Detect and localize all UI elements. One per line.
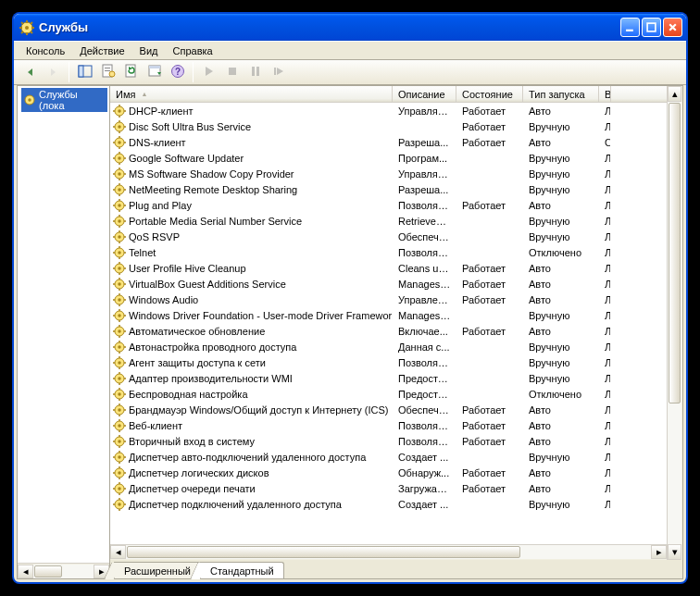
- minimize-button[interactable]: [620, 18, 640, 37]
- pause-icon: [248, 64, 263, 81]
- column-header-startup[interactable]: Тип запуска: [523, 86, 599, 102]
- service-startup: Авто: [523, 420, 599, 431]
- scroll-down-icon[interactable]: ▾: [668, 544, 681, 560]
- tree-node-label: Службы (лока: [39, 89, 106, 111]
- properties-button[interactable]: [97, 62, 119, 82]
- service-startup: Авто: [523, 200, 599, 211]
- scroll-right-icon[interactable]: ▸: [651, 545, 667, 559]
- column-header-logon[interactable]: В: [599, 86, 611, 102]
- service-row[interactable]: Автоматическое обновлениеВключае...Работ…: [110, 323, 667, 339]
- list-v-scrollbar[interactable]: ▴ ▾: [667, 86, 682, 560]
- service-row[interactable]: VirtualBox Guest Additions ServiceManage…: [110, 276, 667, 292]
- gear-icon: [113, 419, 126, 432]
- svg-rect-16: [105, 70, 110, 71]
- svg-point-42: [118, 141, 120, 143]
- tree-pane: Службы (лока ◂ ▸: [18, 86, 110, 578]
- column-header-desc[interactable]: Описание: [393, 86, 456, 102]
- svg-rect-25: [256, 67, 259, 76]
- service-row[interactable]: Диспетчер логических дисковОбнаруж...Раб…: [110, 465, 667, 480]
- scroll-left-icon[interactable]: ◂: [18, 565, 33, 578]
- menu-action[interactable]: Действие: [73, 43, 131, 58]
- service-name: QoS RSVP: [129, 231, 180, 242]
- back-button[interactable]: [19, 62, 41, 82]
- service-startup: Авто: [523, 106, 599, 117]
- service-row[interactable]: Диспетчер авто-подключений удаленного до…: [110, 449, 667, 465]
- service-state: Работает: [456, 436, 523, 447]
- service-desc: Включае...: [393, 326, 456, 337]
- service-desc: Управляе...: [393, 168, 456, 180]
- service-desc: Создает ...: [393, 452, 456, 463]
- service-startup: Вручную: [523, 341, 599, 353]
- maximize-button[interactable]: [642, 18, 661, 37]
- service-logon: Л: [599, 341, 610, 353]
- service-row[interactable]: DNS-клиентРазреша...РаботаетАвтоС: [110, 134, 667, 150]
- column-header-state[interactable]: Состояние: [456, 86, 523, 102]
- svg-point-84: [118, 251, 120, 254]
- service-row[interactable]: NetMeeting Remote Desktop SharingРазреша…: [110, 181, 667, 197]
- service-row[interactable]: Диспетчер подключений удаленного доступа…: [110, 496, 667, 512]
- column-header-name[interactable]: Имя: [110, 86, 393, 102]
- svg-line-8: [21, 31, 23, 33]
- service-row[interactable]: Plug and PlayПозволяе...РаботаетАвтоЛ: [110, 197, 667, 213]
- services-window: Службы Консоль Действие Вид Справка ? Сл…: [13, 13, 687, 583]
- tab-extended[interactable]: Расширенный: [114, 562, 201, 578]
- scroll-up-icon[interactable]: ▴: [668, 86, 681, 102]
- service-desc: Обеспечи...: [393, 404, 456, 416]
- show-hide-tree-button[interactable]: [74, 62, 95, 82]
- tab-standard[interactable]: Стандартный: [200, 562, 284, 578]
- service-row[interactable]: Беспроводная настройкаПредоста...Отключе…: [110, 386, 667, 402]
- menu-view[interactable]: Вид: [133, 43, 165, 58]
- service-row[interactable]: Диспетчер очереди печатиЗагружае...Работ…: [110, 480, 667, 496]
- close-button[interactable]: [663, 18, 682, 37]
- service-startup: Авто: [523, 404, 599, 416]
- service-logon: Л: [599, 452, 610, 463]
- service-logon: Л: [599, 184, 610, 195]
- service-row[interactable]: Автонастройка проводного доступаДанная с…: [110, 339, 667, 354]
- service-desc: Позволяе...: [393, 200, 456, 211]
- service-row[interactable]: MS Software Shadow Copy ProviderУправляе…: [110, 166, 667, 181]
- gear-icon: [113, 105, 126, 118]
- service-startup: Вручную: [523, 373, 599, 384]
- list-h-scrollbar[interactable]: ◂ ▸: [110, 544, 667, 560]
- service-row[interactable]: Windows AudioУправлен...РаботаетАвтоЛ: [110, 292, 667, 307]
- service-startup: Авто: [523, 436, 599, 447]
- service-row[interactable]: Disc Soft Ultra Bus ServiceРаботаетВручн…: [110, 118, 667, 134]
- export-button[interactable]: [144, 62, 165, 82]
- service-row[interactable]: TelnetПозволяе...ОтключеноЛ: [110, 244, 667, 260]
- service-row[interactable]: Google Software UpdaterПрограм...Вручную…: [110, 150, 667, 166]
- menu-console[interactable]: Консоль: [19, 43, 71, 58]
- help-button[interactable]: ?: [167, 62, 188, 82]
- tree-h-scrollbar[interactable]: ◂ ▸: [18, 563, 109, 578]
- service-row[interactable]: Вторичный вход в системуПозволяе...Работ…: [110, 433, 667, 449]
- service-logon: Л: [599, 263, 610, 274]
- service-row[interactable]: Агент защиты доступа к сетиПозволяе...Вр…: [110, 354, 667, 370]
- svg-point-17: [109, 71, 115, 77]
- column-header-row: Имя Описание Состояние Тип запуска В: [110, 86, 667, 103]
- service-row[interactable]: Windows Driver Foundation - User-mode Dr…: [110, 307, 667, 323]
- service-row[interactable]: DHCP-клиентУправляе...РаботаетАвтоЛ: [110, 103, 667, 118]
- gear-icon: [113, 230, 126, 243]
- window-title: Службы: [39, 20, 620, 34]
- service-state: Работает: [456, 263, 523, 274]
- svg-line-9: [31, 22, 32, 24]
- service-row[interactable]: Portable Media Serial Number ServiceRetr…: [110, 213, 667, 229]
- gear-icon: [113, 246, 126, 259]
- refresh-button[interactable]: [120, 62, 142, 82]
- service-row[interactable]: Веб-клиентПозволяе...РаботаетАвтоЛ: [110, 417, 667, 433]
- service-state: Работает: [456, 279, 523, 290]
- service-logon: Л: [599, 121, 610, 132]
- svg-rect-10: [626, 30, 633, 31]
- stop-service-button: [221, 62, 243, 82]
- service-row[interactable]: Адаптер производительности WMIПредоста..…: [110, 370, 667, 386]
- service-logon: Л: [599, 231, 610, 242]
- menu-help[interactable]: Справка: [167, 43, 219, 58]
- service-name: Portable Media Serial Number Service: [129, 216, 302, 227]
- service-name: VirtualBox Guest Additions Service: [129, 279, 286, 290]
- service-row[interactable]: QoS RSVPОбеспечи...ВручнуюЛ: [110, 229, 667, 244]
- titlebar[interactable]: Службы: [14, 14, 686, 41]
- service-row[interactable]: User Profile Hive CleanupCleans up ...Ра…: [110, 260, 667, 276]
- tree-node-services[interactable]: Службы (лока: [21, 88, 107, 112]
- service-logon: Л: [599, 153, 610, 164]
- service-row[interactable]: Брандмауэр Windows/Общий доступ к Интерн…: [110, 402, 667, 417]
- scroll-left-icon[interactable]: ◂: [110, 545, 126, 559]
